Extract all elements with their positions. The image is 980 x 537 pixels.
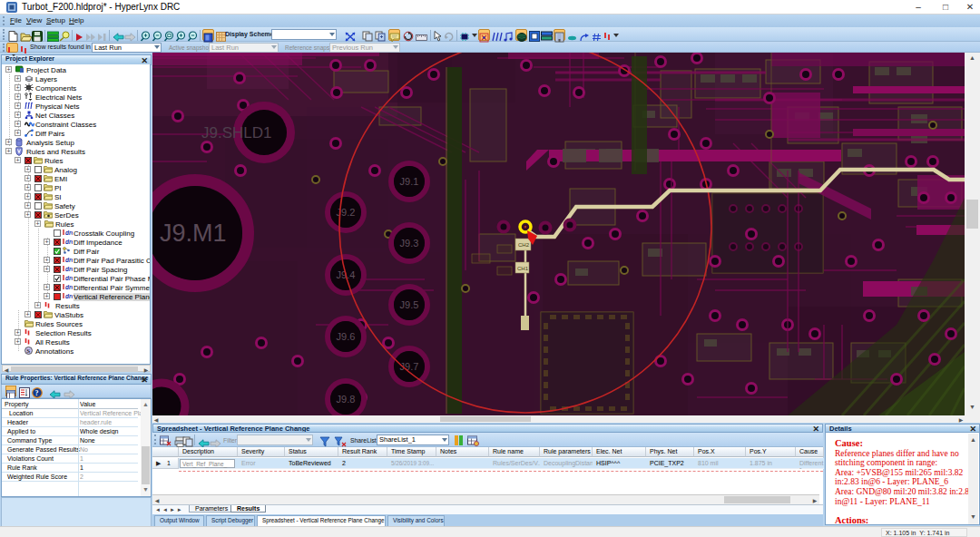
svg-text:dre: dre [65, 293, 73, 299]
svg-text:dre: dre [65, 229, 73, 236]
svg-text:dre: dre [65, 275, 73, 281]
svg-text:S: S [26, 347, 30, 355]
svg-text:J9.6: J9.6 [337, 331, 356, 342]
svg-text:dre: dre [65, 266, 73, 272]
svg-text:J9.SHLD1: J9.SHLD1 [201, 124, 271, 142]
svg-text:CH2: CH2 [518, 242, 530, 248]
svg-text:dre: dre [65, 257, 73, 263]
svg-text:J9.1: J9.1 [400, 176, 419, 187]
svg-text:J9.5: J9.5 [400, 299, 419, 310]
svg-text:J9.8: J9.8 [337, 394, 356, 405]
svg-text:?: ? [35, 389, 39, 397]
svg-text:dre: dre [65, 239, 73, 245]
svg-text:CH1: CH1 [517, 266, 529, 271]
svg-text:J9.3: J9.3 [400, 238, 419, 249]
svg-text:dre: dre [65, 284, 73, 290]
svg-text:J9.M1: J9.M1 [160, 220, 227, 247]
